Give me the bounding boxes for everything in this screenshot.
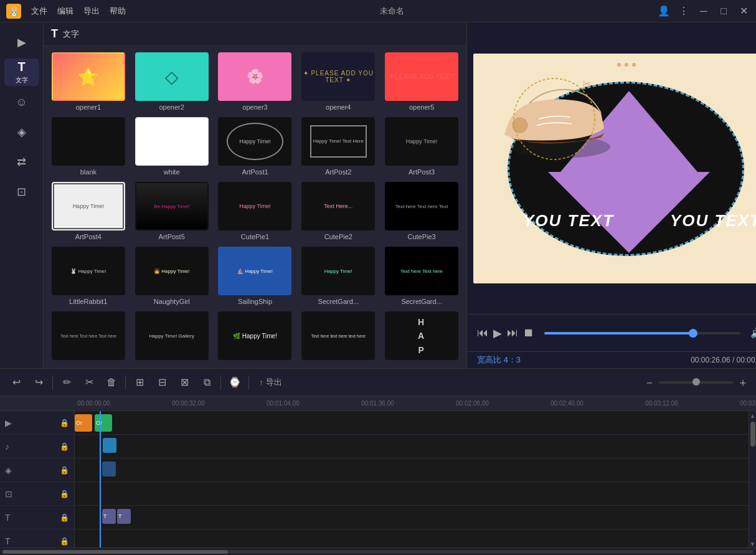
preview-frame: ✂ YOU TEXT YOU TEXT — [473, 54, 756, 283]
separator4 — [248, 376, 249, 389]
play-button[interactable]: ▶ — [493, 326, 502, 340]
template-artpost4[interactable]: Happy Time! ArtPost4 — [50, 182, 127, 240]
video-lock-icon[interactable]: 🔒 — [60, 419, 69, 427]
template-blank[interactable]: blank — [50, 117, 127, 176]
minimize-button[interactable]: ─ — [697, 6, 710, 17]
track-text2-content[interactable] — [75, 529, 749, 548]
maximize-button[interactable]: □ — [717, 6, 730, 17]
filter-lock-icon[interactable]: 🔒 — [60, 490, 69, 498]
template-secretgard1[interactable]: Happy Time! SecretGard... — [300, 247, 377, 305]
crop-button[interactable]: ⊟ — [153, 374, 171, 391]
cut-button[interactable]: ✂ — [80, 374, 98, 391]
redo-button[interactable]: ↪ — [30, 374, 47, 391]
track-filter-content[interactable] — [75, 482, 749, 505]
zoom-in-button[interactable]: ＋ — [737, 375, 749, 390]
zoom-out-button[interactable]: － — [644, 375, 655, 390]
menu-help[interactable]: 帮助 — [110, 6, 126, 17]
template-white[interactable]: white — [133, 117, 210, 176]
template-cutepie1[interactable]: Happy Time! CutePie1 — [217, 182, 294, 240]
track-text2-label: T 🔒 — [0, 529, 75, 548]
track-overlay-content[interactable] — [75, 458, 749, 481]
sidebar-item-sticker[interactable]: ◈ — [4, 118, 39, 146]
template-cutepie3-label: CutePie3 — [407, 233, 435, 240]
overlay-lock-icon[interactable]: 🔒 — [60, 466, 69, 475]
split-button[interactable]: ⊞ — [131, 374, 148, 391]
zoom-slider[interactable] — [659, 381, 734, 384]
volume-icon[interactable]: 🔊 — [750, 327, 756, 339]
overlay-track-icon: ◈ — [5, 465, 12, 475]
clip-overlay[interactable] — [102, 462, 116, 477]
template-artpost2[interactable]: Happy Time! Text Here ArtPost2 — [300, 117, 377, 176]
template-row5e[interactable]: H A P — [383, 311, 460, 363]
sidebar-item-filter[interactable]: ⊡ — [4, 178, 39, 206]
template-sailing-label: SailingShip — [238, 298, 272, 305]
export-button[interactable]: ↑ 导出 — [254, 374, 287, 391]
close-button[interactable]: ✕ — [737, 5, 750, 17]
template-littlerabbit[interactable]: 🐰 Happy Time! LittleRabbit1 — [50, 247, 127, 305]
template-opener5[interactable]: PLEASE ADD TEXT opener5 — [383, 52, 460, 111]
menu-export[interactable]: 导出 — [83, 6, 100, 17]
audio-lock-icon[interactable]: 🔒 — [60, 442, 69, 451]
template-cutepie2[interactable]: Text Here... CutePie2 — [300, 182, 377, 240]
track-audio-content[interactable] — [75, 435, 749, 458]
undo-button[interactable]: ↩ — [7, 374, 25, 391]
toolbar: ↩ ↪ ✏ ✂ 🗑 ⊞ ⊟ ⊠ ⧉ ⌚ ↑ 导出 － ＋ — [0, 369, 756, 396]
prev-frame-button[interactable]: ⏮ — [477, 326, 488, 339]
history-button[interactable]: ⌚ — [226, 374, 243, 391]
progress-bar[interactable] — [544, 332, 740, 334]
template-row5c[interactable]: 🌿 Happy Time! — [217, 311, 294, 363]
delete-button[interactable]: 🗑 — [103, 374, 120, 391]
timeline-hscroll[interactable] — [0, 548, 756, 555]
track-audio: ♪ 🔒 — [0, 435, 749, 458]
template-row5b[interactable]: Happy Time! Gallery — [133, 311, 210, 363]
template-row5d[interactable]: Text here text here text here — [300, 311, 377, 363]
export-icon: ↑ — [259, 377, 263, 387]
vscroll-thumb[interactable] — [750, 422, 755, 447]
template-artpost3[interactable]: Happy Time! ArtPost3 — [383, 117, 460, 176]
track-text1-content[interactable]: T T — [75, 506, 749, 529]
h-scrollbar-thumb[interactable] — [2, 550, 228, 554]
text1-track-icon: T — [5, 513, 11, 523]
menu-edit[interactable]: 编辑 — [57, 6, 73, 17]
clip-audio-blue[interactable] — [103, 438, 116, 453]
h-scrollbar[interactable] — [2, 550, 754, 554]
clip-orange[interactable]: Or — [75, 414, 92, 432]
next-frame-button[interactable]: ⏭ — [507, 326, 518, 339]
menu-file[interactable]: 文件 — [31, 6, 47, 17]
sidebar-item-avatar[interactable]: ☺ — [4, 88, 39, 116]
ruler-7: 00:03:44.00 — [737, 400, 756, 407]
copy-button[interactable]: ⧉ — [198, 374, 215, 391]
progress-knob[interactable] — [689, 329, 697, 338]
template-opener2-label: opener2 — [159, 103, 184, 111]
template-cutepie3[interactable]: Text here Text here Text CutePie3 — [383, 182, 460, 240]
pen-button[interactable]: ✏ — [58, 374, 75, 391]
grid-button[interactable]: ⊠ — [176, 374, 193, 391]
template-artpost5[interactable]: Be Happy Time! ArtPost5 — [133, 182, 210, 240]
template-naughtygirl[interactable]: 👧 Happy Time! NaughtyGirl — [133, 247, 210, 305]
template-opener2[interactable]: ◇ opener2 — [133, 52, 210, 111]
sidebar-item-text[interactable]: T 文字 — [4, 59, 39, 86]
template-artpost2-label: ArtPost2 — [325, 168, 351, 176]
vertical-scrollbar[interactable]: ▲ ▼ — [749, 411, 756, 548]
user-icon[interactable]: 👤 — [658, 5, 670, 17]
template-row5a[interactable]: Text here Text here Text here — [50, 311, 127, 363]
clip-text1a[interactable]: T — [102, 509, 116, 524]
clip-text1b[interactable]: T — [117, 509, 131, 524]
svg-text:✂: ✂ — [582, 78, 592, 90]
template-secretgard2[interactable]: Text here Text here SecretGard... — [383, 247, 460, 305]
more-icon[interactable]: ⋮ — [678, 5, 690, 17]
text1-lock-icon[interactable]: 🔒 — [60, 513, 69, 522]
template-opener3[interactable]: 🌸 opener3 — [217, 52, 294, 111]
timeline-ruler: 00:00:00.00 00:00:32.00 00:01:04.00 00:0… — [0, 396, 756, 411]
stop-button[interactable]: ⏹ — [523, 326, 534, 339]
sidebar-item-preview[interactable]: ▶ — [4, 29, 39, 56]
template-sailingship[interactable]: ⛵ Happy Time! SailingShip — [217, 247, 294, 305]
sidebar-item-transition[interactable]: ⇄ — [4, 148, 39, 176]
template-artpost1[interactable]: Happy Time! ArtPost1 — [217, 117, 294, 176]
track-video-content[interactable]: Or Or — [75, 411, 749, 434]
ruler-5: 00:02:40.00 — [548, 400, 643, 407]
template-opener4[interactable]: ✦ PLEASE ADD YOU TEXT ✦ opener4 — [300, 52, 377, 111]
clip-green[interactable]: Or — [95, 414, 112, 432]
text2-lock-icon[interactable]: 🔒 — [60, 537, 69, 546]
template-opener1[interactable]: ⭐ opener1 — [50, 52, 127, 111]
